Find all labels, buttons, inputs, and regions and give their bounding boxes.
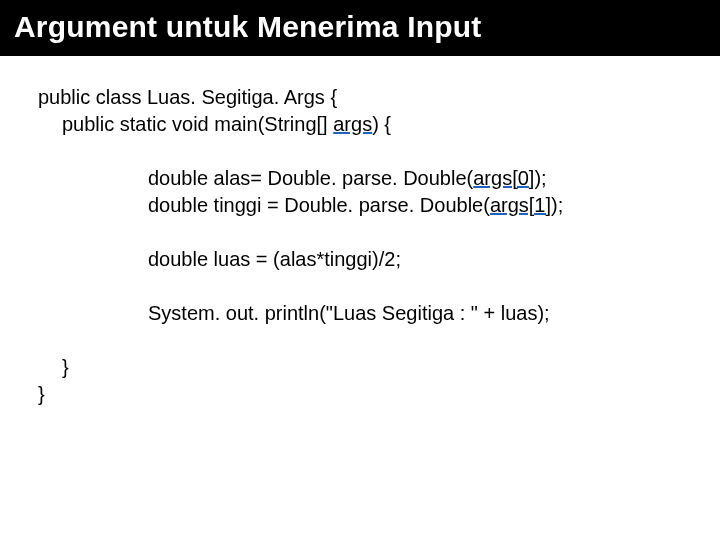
highlight-args1: args[1]	[490, 194, 551, 216]
code-line: }	[38, 381, 682, 408]
code-line: public static void main(String[] args) {	[38, 111, 682, 138]
code-line: public class Luas. Segitiga. Args {	[38, 84, 682, 111]
title-text: Argument untuk Menerima Input	[14, 10, 481, 43]
code-line: System. out. println("Luas Segitiga : " …	[38, 300, 682, 327]
code-line: double tinggi = Double. parse. Double(ar…	[38, 192, 682, 219]
highlight-args0: args[0]	[473, 167, 534, 189]
code-line: double alas= Double. parse. Double(args[…	[38, 165, 682, 192]
code-block: public class Luas. Segitiga. Args { publ…	[0, 56, 720, 408]
code-line: }	[38, 354, 682, 381]
code-line: double luas = (alas*tinggi)/2;	[38, 246, 682, 273]
slide-title: Argument untuk Menerima Input	[0, 0, 720, 56]
highlight-args: args	[333, 113, 372, 135]
